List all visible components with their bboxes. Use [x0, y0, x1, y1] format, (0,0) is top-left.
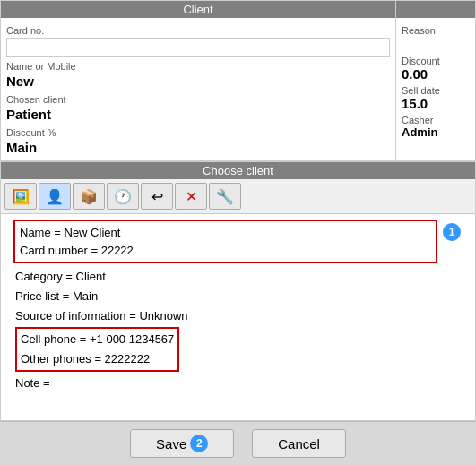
client-badge: 1 — [443, 223, 461, 241]
right-panel-header — [396, 1, 475, 18]
top-section: Client Card no. Name or Mobile New Chose… — [0, 0, 476, 161]
name-mobile-value: New — [6, 72, 390, 90]
client-panel: Client Card no. Name or Mobile New Chose… — [0, 0, 395, 161]
note-line: Note = — [15, 374, 436, 393]
right-discount-label: Discount — [402, 56, 470, 66]
cell-phone-line: Cell phone = +1 000 1234567 — [21, 330, 174, 349]
save-button[interactable]: Save 2 — [130, 429, 234, 458]
clock-icon: 🕐 — [114, 188, 132, 205]
delete-btn[interactable]: ✕ — [175, 183, 207, 210]
sell-date-value: 15.0 — [402, 96, 470, 111]
chosen-client-label: Chosen client — [6, 94, 390, 105]
client-info-box: Name = New Client Card number = 22222 — [13, 220, 437, 263]
name-line: Name = New Client — [20, 224, 431, 242]
info-row: Name = New Client Card number = 22222 Ca… — [1, 214, 475, 394]
other-phones-line: Other phones = 2222222 — [21, 349, 174, 369]
right-panel: Reason Discount 0.00 Sell date 15.0 Cash… — [395, 0, 476, 161]
undo-icon: ↩ — [151, 188, 163, 205]
card-no-box[interactable] — [6, 38, 390, 57]
save-label: Save — [156, 436, 186, 452]
casher-value: Admin — [402, 125, 470, 139]
person-btn[interactable]: 👤 — [39, 183, 71, 210]
name-mobile-label: Name or Mobile — [6, 61, 390, 72]
tool-icon: 🔧 — [216, 188, 234, 205]
toolbar: 🖼️ 👤 📦 🕐 ↩ ✕ 🔧 — [1, 179, 475, 214]
box-btn[interactable]: 📦 — [73, 183, 105, 210]
chosen-client-value: Patient — [6, 105, 390, 124]
card-number-line: Card number = 22222 — [20, 242, 431, 260]
phones-box: Cell phone = +1 000 1234567 Other phones… — [15, 327, 179, 372]
discount-value: Main — [6, 138, 390, 157]
person-icon: 👤 — [46, 188, 64, 205]
price-list-line: Price list = Main — [15, 287, 436, 306]
cancel-button[interactable]: Cancel — [252, 429, 346, 458]
right-discount-value: 0.00 — [402, 66, 470, 82]
box-icon: 📦 — [80, 188, 98, 205]
client-panel-header: Client — [1, 1, 395, 18]
sell-date-label: Sell date — [402, 85, 470, 96]
undo-btn[interactable]: ↩ — [141, 183, 173, 210]
badge-container: 1 — [443, 214, 468, 241]
image-btn[interactable]: 🖼️ — [4, 183, 37, 210]
choose-client-header: Choose client — [1, 162, 475, 179]
card-no-label: Card no. — [6, 25, 390, 36]
save-badge: 2 — [190, 435, 208, 452]
clock-btn[interactable]: 🕐 — [107, 183, 139, 210]
bottom-bar: Save 2 Cancel — [0, 421, 476, 465]
main-container: Client Card no. Name or Mobile New Chose… — [0, 0, 476, 465]
category-line: Category = Client — [15, 267, 436, 287]
choose-client-section: Choose client 🖼️ 👤 📦 🕐 ↩ ✕ 🔧 — [0, 161, 476, 421]
source-line: Source of information = Unknown — [15, 306, 436, 326]
client-panel-body: Card no. Name or Mobile New Chosen clien… — [1, 18, 395, 160]
image-icon: 🖼️ — [12, 188, 30, 205]
info-content: Name = New Client Card number = 22222 Ca… — [8, 214, 443, 394]
client-info-rest: Category = Client Price list = Main Sour… — [8, 267, 443, 394]
casher-label: Casher — [402, 115, 470, 125]
tool-btn[interactable]: 🔧 — [209, 183, 241, 210]
delete-icon: ✕ — [186, 188, 197, 205]
reason-label: Reason — [402, 25, 470, 36]
save-with-badge: Save 2 — [156, 435, 208, 452]
right-panel-body: Reason Discount 0.00 Sell date 15.0 Cash… — [396, 18, 475, 142]
discount-label: Discount % — [6, 127, 390, 138]
